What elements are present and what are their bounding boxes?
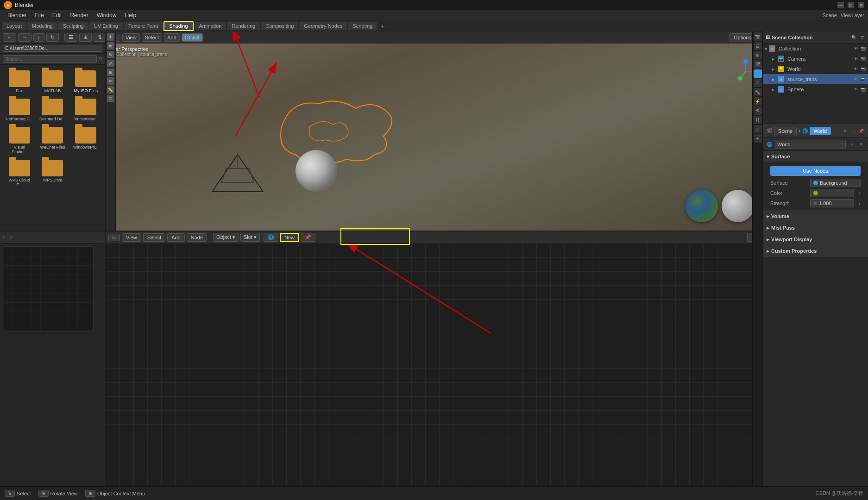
color-expand-icon[interactable]: › <box>859 190 861 196</box>
tab-scripting[interactable]: Scripting <box>348 22 377 30</box>
tab-modeling[interactable]: Modeling <box>27 22 57 30</box>
folder-scanned-doc[interactable]: Scanned Do... <box>37 97 69 123</box>
minimize-button[interactable]: — <box>837 2 844 8</box>
use-nodes-button[interactable]: Use Nodes <box>770 166 861 176</box>
outliner-source-trans[interactable]: ▸ △ source_trans 👁 📷 <box>763 74 868 84</box>
3d-viewport[interactable]: ▷ View Select Add Object Options ▾ User … <box>106 31 762 231</box>
tab-rendering[interactable]: Rendering <box>227 22 260 30</box>
node-select-btn[interactable]: Select <box>143 233 166 242</box>
tab-geometry-nodes[interactable]: Geometry Nodes <box>299 22 347 30</box>
camera-eye-icon[interactable]: 👁 <box>852 56 859 62</box>
sort-btn[interactable]: ⇅ <box>94 33 106 42</box>
cursor-icon[interactable]: ✛ <box>107 33 114 41</box>
outliner-camera[interactable]: ▸ 📷 Camera 👁 📷 <box>763 54 868 64</box>
object-properties-icon[interactable]: □ <box>754 79 762 87</box>
maximize-button[interactable]: □ <box>848 2 854 8</box>
surface-section-header[interactable]: ▾ Surface <box>763 151 868 162</box>
folder-netsarang[interactable]: NetSarang C... <box>4 97 35 123</box>
search-input[interactable] <box>3 55 97 63</box>
sphere-render-icon[interactable]: 📷 <box>860 86 866 93</box>
light-render-icon[interactable]: 📷 <box>860 66 866 72</box>
viewport-object-btn[interactable]: Object <box>182 33 203 42</box>
scene-button[interactable]: Scene <box>774 127 797 135</box>
grey-sphere-preview[interactable] <box>722 190 754 222</box>
node-add-btn[interactable]: Add <box>167 233 185 242</box>
custom-props-header[interactable]: ▸ Custom Properties <box>763 245 868 256</box>
camera-render-icon[interactable]: 📷 <box>860 56 866 62</box>
folder-my-iso-files[interactable]: My ISO Files <box>70 69 101 95</box>
filter-icon[interactable]: ▽ <box>99 56 102 62</box>
node-new-btn[interactable]: New <box>280 233 299 242</box>
folder-wps-cloud[interactable]: WPS Cloud F... <box>4 158 35 189</box>
menu-window[interactable]: Window <box>93 11 120 19</box>
node-node-btn[interactable]: Node <box>187 233 207 242</box>
transform-icon[interactable]: ⊞ <box>107 69 114 76</box>
menu-file[interactable]: File <box>31 11 47 19</box>
thumbnail-expand-btn[interactable]: › <box>3 235 4 240</box>
scale-icon[interactable]: ⤢ <box>107 60 114 67</box>
world-unlink-icon[interactable]: ✕ <box>858 141 864 148</box>
folder-fax[interactable]: Fax <box>4 69 35 95</box>
material-properties-icon[interactable]: ● <box>754 134 762 143</box>
node-editor-canvas[interactable] <box>106 244 762 486</box>
view-layer-properties-icon[interactable]: ⊞ <box>754 51 762 59</box>
strength-value[interactable]: 1.000 <box>810 199 854 207</box>
physics-properties-icon[interactable]: ⚙ <box>754 106 762 115</box>
folder-wpsdrive[interactable]: WPSDrive <box>37 158 69 189</box>
viewport-display-header[interactable]: ▸ Viewport Display <box>763 234 868 245</box>
data-properties-icon[interactable]: ▽ <box>754 125 762 133</box>
mist-pass-header[interactable]: ▸ Mist Pass <box>763 222 868 233</box>
sphere-eye-icon[interactable]: 👁 <box>852 86 859 93</box>
viewport-view-btn[interactable]: View <box>122 33 140 42</box>
color-value[interactable] <box>810 189 854 197</box>
collection-eye-icon[interactable]: 👁 <box>852 45 859 52</box>
menu-render[interactable]: Render <box>66 11 92 19</box>
nav-refresh-button[interactable]: ↻ <box>46 33 59 42</box>
scene-properties-icon[interactable]: 🎬 <box>754 60 762 69</box>
properties-new-icon[interactable]: □ <box>850 128 856 134</box>
outliner-collection[interactable]: ▾ ⊞ Collection 👁 📷 <box>763 44 868 54</box>
tab-texture-paint[interactable]: Texture Paint <box>124 22 163 30</box>
viewport-select-btn[interactable]: Select <box>142 33 163 42</box>
outliner-filter-icon[interactable]: ▽ <box>859 34 865 41</box>
rotate-icon[interactable]: ↻ <box>107 51 114 58</box>
tab-compositing[interactable]: Compositing <box>261 22 298 30</box>
nav-back-button[interactable]: ← <box>3 33 16 42</box>
close-button[interactable]: ✕ <box>858 2 864 8</box>
folder-windows-powershell[interactable]: WindowsPo... <box>70 125 101 156</box>
node-editor-type-btn[interactable]: ▷ <box>108 234 120 241</box>
node-object-dropdown[interactable]: Object ▾ <box>213 233 239 242</box>
tab-add-button[interactable]: + <box>378 22 387 30</box>
render-properties-icon[interactable]: 📷 <box>754 32 762 41</box>
modifier-properties-icon[interactable]: 🔧 <box>754 88 762 96</box>
folder-tencent[interactable]: TencentMee... <box>70 97 101 123</box>
folder-matlab[interactable]: MATLAB <box>37 69 69 95</box>
world-properties-icon[interactable]: 🌐 <box>754 69 762 78</box>
menu-help[interactable]: Help <box>121 11 140 19</box>
output-properties-icon[interactable]: 🖨 <box>754 42 762 50</box>
outliner-search-icon[interactable]: 🔍 <box>850 34 857 41</box>
nav-up-button[interactable]: ↑ <box>33 33 44 42</box>
nav-forward-button[interactable]: → <box>18 33 31 42</box>
tab-sculpting[interactable]: Sculpting <box>58 22 88 30</box>
node-pin-btn[interactable]: 📌 <box>301 233 315 242</box>
source-trans-render-icon[interactable]: 📷 <box>860 76 866 82</box>
tab-uv-editing[interactable]: UV Editing <box>89 22 123 30</box>
strength-expand-icon[interactable]: › <box>859 200 861 206</box>
node-slot-dropdown[interactable]: Slot ▾ <box>240 233 260 242</box>
collection-camera-icon[interactable]: 📷 <box>860 45 866 52</box>
measure-icon[interactable]: 📏 <box>107 86 114 94</box>
tab-animation[interactable]: Animation <box>195 22 226 30</box>
annotate-icon[interactable]: ✏ <box>107 77 114 85</box>
world-button[interactable]: World <box>810 127 831 135</box>
move-icon[interactable]: ⊕ <box>107 42 114 50</box>
outliner-light[interactable]: ▸ 💡 World 👁 📷 <box>763 64 868 74</box>
volume-section-header[interactable]: ▸ Volume <box>763 211 868 222</box>
properties-pin-icon[interactable]: 📌 <box>858 128 864 134</box>
view-grid-btn[interactable]: ⊞ <box>79 33 92 42</box>
tab-shading[interactable]: Shading <box>164 21 193 31</box>
menu-edit[interactable]: Edit <box>49 11 66 19</box>
light-eye-icon[interactable]: 👁 <box>852 66 859 72</box>
constraint-properties-icon[interactable]: ⛓ <box>754 116 762 124</box>
node-world-icon[interactable]: 🌐 <box>264 233 278 242</box>
